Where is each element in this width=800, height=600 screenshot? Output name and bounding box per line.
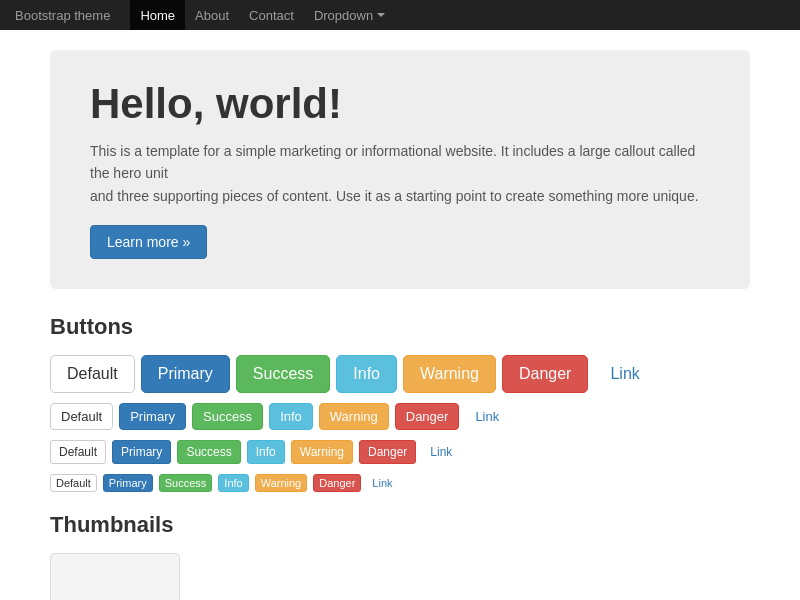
btn-success-md[interactable]: Success — [192, 403, 263, 430]
button-row-sm: Default Primary Success Info Warning Dan… — [50, 440, 750, 464]
btn-default-lg[interactable]: Default — [50, 355, 135, 393]
thumbnails-title: Thumbnails — [50, 512, 750, 538]
main-container: Hello, world! This is a template for a s… — [35, 30, 765, 600]
navbar: Bootstrap theme Home About Contact Dropd… — [0, 0, 800, 30]
btn-danger-lg[interactable]: Danger — [502, 355, 588, 393]
btn-warning-lg[interactable]: Warning — [403, 355, 496, 393]
button-row-xs: Default Primary Success Info Warning Dan… — [50, 474, 750, 492]
dropdown-caret-icon — [377, 13, 385, 17]
btn-success-xs[interactable]: Success — [159, 474, 213, 492]
btn-default-xs[interactable]: Default — [50, 474, 97, 492]
btn-primary-lg[interactable]: Primary — [141, 355, 230, 393]
nav-item-dropdown[interactable]: Dropdown — [304, 0, 395, 30]
btn-info-xs[interactable]: Info — [218, 474, 248, 492]
btn-primary-xs[interactable]: Primary — [103, 474, 153, 492]
buttons-section: Buttons Default Primary Success Info War… — [50, 314, 750, 492]
buttons-title: Buttons — [50, 314, 750, 340]
nav-item-contact[interactable]: Contact — [239, 0, 304, 30]
button-row-lg: Default Primary Success Info Warning Dan… — [50, 355, 750, 393]
hero-heading: Hello, world! — [90, 80, 710, 128]
btn-success-sm[interactable]: Success — [177, 440, 240, 464]
btn-info-sm[interactable]: Info — [247, 440, 285, 464]
btn-danger-md[interactable]: Danger — [395, 403, 460, 430]
btn-link-sm[interactable]: Link — [422, 441, 460, 463]
hero-body: This is a template for a simple marketin… — [90, 140, 710, 207]
thumbnails-section: Thumbnails 200×200 — [50, 512, 750, 600]
btn-link-md[interactable]: Link — [465, 404, 509, 429]
btn-info-md[interactable]: Info — [269, 403, 313, 430]
btn-primary-md[interactable]: Primary — [119, 403, 186, 430]
navbar-brand[interactable]: Bootstrap theme — [15, 8, 110, 23]
btn-default-md[interactable]: Default — [50, 403, 113, 430]
btn-warning-sm[interactable]: Warning — [291, 440, 353, 464]
button-row-md: Default Primary Success Info Warning Dan… — [50, 403, 750, 430]
thumbnail-item: 200×200 — [50, 553, 180, 600]
btn-warning-md[interactable]: Warning — [319, 403, 389, 430]
nav-dropdown-label: Dropdown — [314, 8, 373, 23]
btn-link-xs[interactable]: Link — [367, 475, 397, 491]
btn-success-lg[interactable]: Success — [236, 355, 330, 393]
learn-more-button[interactable]: Learn more » — [90, 225, 207, 259]
btn-default-sm[interactable]: Default — [50, 440, 106, 464]
btn-primary-sm[interactable]: Primary — [112, 440, 171, 464]
btn-warning-xs[interactable]: Warning — [255, 474, 308, 492]
btn-info-lg[interactable]: Info — [336, 355, 397, 393]
btn-danger-xs[interactable]: Danger — [313, 474, 361, 492]
btn-link-lg[interactable]: Link — [594, 356, 655, 392]
nav-items: Home About Contact Dropdown — [130, 0, 395, 30]
btn-danger-sm[interactable]: Danger — [359, 440, 416, 464]
jumbotron: Hello, world! This is a template for a s… — [50, 50, 750, 289]
nav-item-about[interactable]: About — [185, 0, 239, 30]
nav-item-home[interactable]: Home — [130, 0, 185, 30]
